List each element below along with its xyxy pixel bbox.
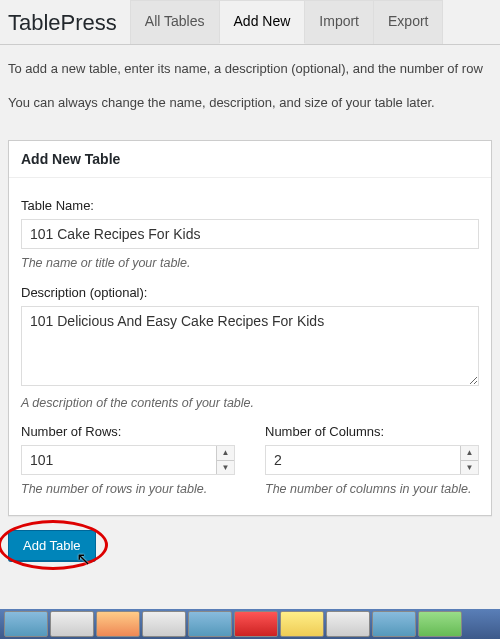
rows-spinner[interactable]: ▲▼ xyxy=(216,446,234,474)
description-label: Description (optional): xyxy=(21,285,479,300)
metabox-title: Add New Table xyxy=(9,141,491,178)
taskbar-item[interactable] xyxy=(418,611,462,637)
description-hint: A description of the contents of your ta… xyxy=(21,395,479,413)
intro-line-2: You can always change the name, descript… xyxy=(8,93,492,113)
intro-line-1: To add a new table, enter its name, a de… xyxy=(8,59,492,79)
taskbar-item[interactable] xyxy=(280,611,324,637)
taskbar-item[interactable] xyxy=(234,611,278,637)
cols-label: Number of Columns: xyxy=(265,424,479,439)
tab-all-tables[interactable]: All Tables xyxy=(130,0,220,44)
add-new-table-box: Add New Table Table Name: The name or ti… xyxy=(8,140,492,516)
rows-label: Number of Rows: xyxy=(21,424,235,439)
cols-hint: The number of columns in your table. xyxy=(265,481,479,499)
tab-import[interactable]: Import xyxy=(304,0,374,44)
taskbar-item[interactable] xyxy=(188,611,232,637)
intro-text: To add a new table, enter its name, a de… xyxy=(0,45,500,130)
tabs: All Tables Add New Import Export xyxy=(131,0,444,44)
table-name-hint: The name or title of your table. xyxy=(21,255,479,273)
tab-export[interactable]: Export xyxy=(373,0,443,44)
taskbar-item[interactable] xyxy=(96,611,140,637)
table-name-input[interactable] xyxy=(21,219,479,249)
taskbar-item[interactable] xyxy=(326,611,370,637)
taskbar-item[interactable] xyxy=(50,611,94,637)
add-table-button[interactable]: Add Table xyxy=(8,530,96,561)
rows-hint: The number of rows in your table. xyxy=(21,481,235,499)
taskbar-item[interactable] xyxy=(372,611,416,637)
cols-input[interactable] xyxy=(265,445,479,475)
rows-input[interactable] xyxy=(21,445,235,475)
taskbar xyxy=(0,609,500,639)
description-input[interactable] xyxy=(21,306,479,386)
page-title: TablePress xyxy=(0,0,131,44)
table-name-label: Table Name: xyxy=(21,198,479,213)
tab-add-new[interactable]: Add New xyxy=(219,0,306,44)
taskbar-item[interactable] xyxy=(142,611,186,637)
taskbar-item[interactable] xyxy=(4,611,48,637)
cols-spinner[interactable]: ▲▼ xyxy=(460,446,478,474)
